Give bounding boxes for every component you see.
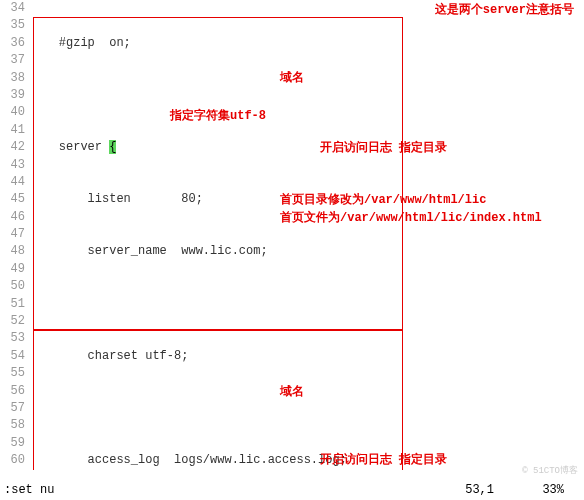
code-line — [30, 400, 584, 417]
code-line: server_name www.lic.com; — [30, 243, 584, 260]
annotation-domain2: 域名 — [280, 384, 304, 401]
annotation-root1: 首页目录修改为/var/www/html/lic — [280, 192, 486, 209]
watermark: © 51CTO博客 — [522, 465, 578, 478]
annotation-charset: 指定字符集utf-8 — [170, 108, 266, 125]
annotation-access1: 开启访问日志 指定目录 — [320, 140, 447, 157]
vim-status-bar[interactable]: :set nu 53,1 33% — [0, 482, 584, 500]
code-line — [30, 296, 584, 313]
annotation-title: 这是两个server注意括号 — [435, 2, 574, 19]
code-line: #gzip on; — [30, 35, 584, 52]
editor-pane[interactable]: 3435363738394041424344454647484950515253… — [0, 0, 584, 470]
annotation-box-server1 — [33, 17, 403, 330]
code-area[interactable]: #gzip on; server { listen 80; server_nam… — [30, 0, 584, 470]
annotation-index1: 首页文件为/var/www/html/lic/index.html — [280, 210, 542, 227]
line-number-gutter: 3435363738394041424344454647484950515253… — [0, 0, 30, 470]
annotation-domain1: 域名 — [280, 70, 304, 87]
code-line — [30, 87, 584, 104]
vim-command: :set nu — [4, 482, 54, 500]
scroll-percent: 33% — [542, 482, 564, 499]
annotation-access2: 开启访问日志 指定目录 — [320, 452, 447, 469]
cursor-position: 53,1 — [465, 482, 494, 499]
code-line: charset utf-8; — [30, 348, 584, 365]
code-line: server { — [30, 139, 584, 156]
code-line: access_log logs/www.lic.access.log; — [30, 452, 584, 469]
brace-highlight: { — [109, 140, 116, 154]
